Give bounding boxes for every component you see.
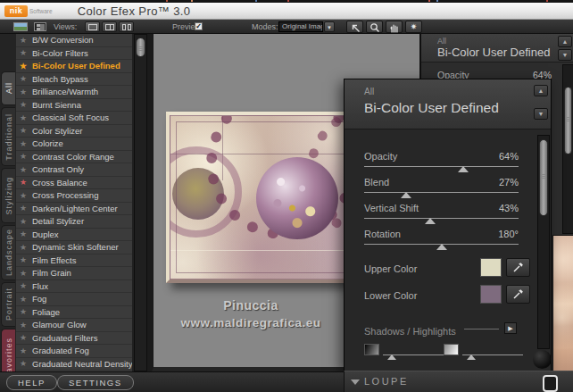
panel-scroll-down-button[interactable]: ▼ bbox=[558, 49, 572, 61]
filter-item-bi-color-filters[interactable]: ★Bi-Color Filters bbox=[16, 47, 132, 61]
filter-star-icon[interactable]: ★ bbox=[20, 113, 29, 122]
filter-star-icon[interactable]: ★ bbox=[20, 295, 29, 304]
filter-star-icon[interactable]: ★ bbox=[20, 152, 29, 161]
filter-star-icon[interactable]: ★ bbox=[20, 62, 29, 71]
slider-track[interactable] bbox=[383, 354, 444, 355]
scrollbar-thumb[interactable] bbox=[539, 139, 548, 216]
slider-track[interactable] bbox=[364, 166, 519, 167]
filter-item-film-grain[interactable]: ★Film Grain bbox=[16, 267, 132, 280]
filter-item-bleach-bypass[interactable]: ★Bleach Bypass bbox=[16, 73, 132, 87]
filter-star-icon[interactable]: ★ bbox=[20, 191, 29, 200]
filter-item-contrast-color-range[interactable]: ★Contrast Color Range bbox=[16, 151, 132, 164]
sidebar-tab-stylizing[interactable]: Stylizing bbox=[1, 168, 15, 223]
filter-item-burnt-sienna[interactable]: ★Burnt Sienna bbox=[16, 99, 132, 113]
slider-handle[interactable] bbox=[425, 218, 436, 224]
filter-star-icon[interactable]: ★ bbox=[20, 48, 29, 57]
filter-item-cross-processing[interactable]: ★Cross Processing bbox=[16, 189, 132, 203]
filter-star-icon[interactable]: ★ bbox=[20, 255, 29, 264]
filter-star-icon[interactable]: ★ bbox=[20, 269, 29, 278]
loupe-zoom-button[interactable] bbox=[543, 375, 558, 392]
filter-item-color-stylizer[interactable]: ★Color Stylizer bbox=[16, 125, 132, 138]
slider-handle[interactable] bbox=[436, 244, 447, 250]
filter-star-icon[interactable]: ★ bbox=[20, 178, 29, 187]
filter-star-icon[interactable]: ★ bbox=[20, 229, 29, 238]
filter-star-icon[interactable]: ★ bbox=[20, 333, 29, 342]
zoom-tool[interactable] bbox=[366, 21, 383, 33]
collapse-triangle-icon[interactable] bbox=[351, 379, 360, 385]
panel-header[interactable]: All Bi-Color User Defined bbox=[345, 79, 551, 129]
filter-star-icon[interactable]: ★ bbox=[20, 204, 29, 213]
view-split-button[interactable] bbox=[102, 21, 117, 32]
sidebar-tab-portrait[interactable]: Portrait bbox=[1, 282, 15, 327]
slider-track[interactable] bbox=[364, 218, 519, 219]
filter-star-icon[interactable]: ★ bbox=[20, 165, 29, 174]
filter-item-film-effects[interactable]: ★Film Effects bbox=[16, 254, 132, 268]
filter-star-icon[interactable]: ★ bbox=[20, 281, 29, 290]
filter-item-brilliance-warmth[interactable]: ★Brilliance/Warmth bbox=[16, 86, 132, 99]
panel-scroll-up-button[interactable]: ▲ bbox=[534, 85, 548, 96]
filter-item-graduated-filters[interactable]: ★Graduated Filters bbox=[16, 332, 132, 346]
filter-item-graduated-fog[interactable]: ★Graduated Fog bbox=[16, 345, 132, 358]
preview-checkbox[interactable]: ✓ bbox=[195, 22, 203, 30]
filter-star-icon[interactable]: ★ bbox=[20, 359, 29, 368]
filter-item-fog[interactable]: ★Fog bbox=[16, 293, 132, 306]
filter-star-icon[interactable]: ★ bbox=[20, 307, 29, 316]
scrollbar-thumb[interactable] bbox=[136, 38, 145, 57]
sidebar-tab-landscape[interactable]: Landscape bbox=[1, 225, 15, 280]
filter-star-icon[interactable]: ★ bbox=[20, 217, 29, 226]
image-thumbnail-icon[interactable] bbox=[13, 22, 28, 31]
filter-item-b-w-conversion[interactable]: ★B/W Conversion bbox=[16, 34, 132, 47]
slider-track[interactable] bbox=[364, 244, 519, 245]
slider-handle[interactable] bbox=[401, 192, 411, 198]
slider-track[interactable] bbox=[364, 192, 519, 193]
filter-item-flux[interactable]: ★Flux bbox=[16, 280, 132, 294]
filter-star-icon[interactable]: ★ bbox=[20, 126, 29, 135]
upper-color-swatch[interactable] bbox=[480, 258, 502, 277]
view-single-button[interactable] bbox=[85, 21, 100, 32]
panel-scrollbar[interactable] bbox=[562, 64, 573, 234]
filter-item-bi-color-user-defined[interactable]: ★Bi-Color User Defined bbox=[16, 60, 132, 73]
select-arrow-tool[interactable] bbox=[346, 21, 363, 33]
filter-star-icon[interactable]: ★ bbox=[20, 243, 29, 252]
panel-scroll-down-button[interactable]: ▼ bbox=[534, 108, 548, 120]
lower-color-swatch[interactable] bbox=[480, 285, 502, 304]
view-side-by-side-button[interactable] bbox=[119, 21, 134, 32]
filter-star-icon[interactable]: ★ bbox=[20, 100, 29, 109]
background-color-tool[interactable]: ✷ bbox=[405, 21, 422, 33]
slider-handle[interactable] bbox=[458, 166, 469, 172]
sidebar-tab-all[interactable]: All bbox=[1, 71, 15, 105]
loupe-bar[interactable]: LOUPE bbox=[344, 371, 573, 392]
lower-color-eyedropper-button[interactable] bbox=[506, 285, 530, 304]
filter-item-colorize[interactable]: ★Colorize bbox=[16, 138, 132, 151]
sidebar-tab-traditional[interactable]: Traditional bbox=[1, 107, 15, 166]
upper-color-eyedropper-button[interactable] bbox=[506, 258, 530, 277]
slider-handle[interactable] bbox=[387, 354, 396, 360]
modes-dropdown[interactable]: Original Image bbox=[278, 21, 323, 32]
filter-item-graduated-neutral-density[interactable]: ★Graduated Neutral Density bbox=[16, 358, 132, 371]
slider-handle[interactable] bbox=[467, 354, 476, 360]
filter-star-icon[interactable]: ★ bbox=[20, 74, 29, 83]
pan-hand-tool[interactable] bbox=[386, 21, 403, 33]
filter-list-scrollbar[interactable] bbox=[134, 34, 147, 371]
filter-item-darken-lighten-center[interactable]: ★Darken/Lighten Center bbox=[16, 203, 132, 216]
scrollbar-thumb[interactable] bbox=[564, 87, 572, 154]
modes-dropdown-arrow-icon[interactable]: ▼ bbox=[324, 21, 335, 32]
help-button[interactable]: HELP bbox=[6, 375, 57, 390]
filter-item-classical-soft-focus[interactable]: ★Classical Soft Focus bbox=[16, 112, 132, 125]
filter-item-duplex[interactable]: ★Duplex bbox=[16, 229, 132, 242]
panel-scroll-up-button[interactable]: ▲ bbox=[558, 36, 572, 47]
settings-button[interactable]: SETTINGS bbox=[57, 375, 134, 390]
filter-star-icon[interactable]: ★ bbox=[20, 36, 29, 45]
filter-item-cross-balance[interactable]: ★Cross Balance bbox=[16, 177, 132, 190]
filter-star-icon[interactable]: ★ bbox=[20, 321, 29, 329]
filter-item-glamour-glow[interactable]: ★Glamour Glow bbox=[16, 319, 132, 332]
panel-scrollbar[interactable] bbox=[537, 135, 550, 349]
slider-track[interactable] bbox=[462, 354, 523, 355]
filter-star-icon[interactable]: ★ bbox=[20, 346, 29, 355]
section-expand-button[interactable]: ▶ bbox=[504, 322, 517, 334]
filter-item-dynamic-skin-softener[interactable]: ★Dynamic Skin Softener bbox=[16, 241, 132, 254]
filter-star-icon[interactable]: ★ bbox=[20, 88, 29, 96]
filter-star-icon[interactable]: ★ bbox=[20, 139, 29, 148]
filter-item-detail-stylizer[interactable]: ★Detail Stylizer bbox=[16, 215, 132, 229]
panel-layout-icon[interactable] bbox=[34, 22, 46, 31]
